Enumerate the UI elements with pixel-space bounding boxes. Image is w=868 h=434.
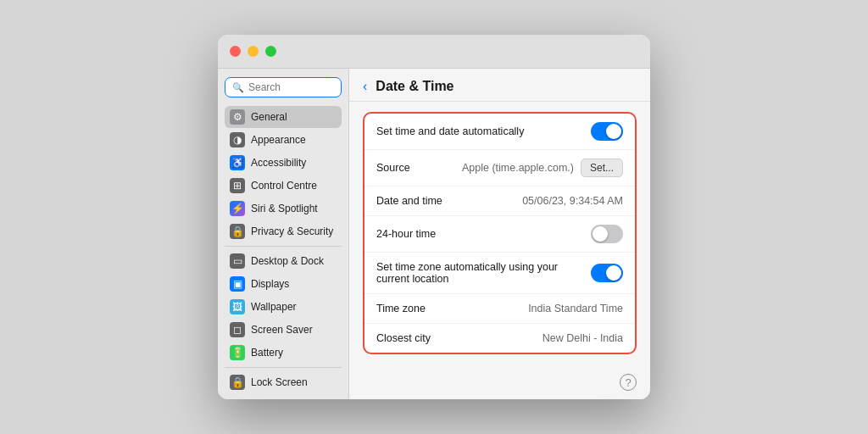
- wallpaper-icon: 🖼: [230, 299, 245, 314]
- toggle-auto-timezone[interactable]: [591, 264, 623, 282]
- privacy-icon: 🔒: [230, 224, 245, 239]
- row-label-source: Source: [376, 162, 410, 174]
- toggle-thumb-auto-set: [606, 124, 621, 139]
- sidebar-item-desktop[interactable]: ▭Desktop & Dock: [225, 250, 342, 272]
- battery-icon: 🔋: [230, 345, 245, 360]
- sidebar-item-screensaver[interactable]: ◻Screen Saver: [225, 319, 342, 341]
- row-label-date-time: Date and time: [376, 195, 442, 207]
- displays-icon: ▣: [230, 276, 245, 292]
- sidebar-item-displays[interactable]: ▣Displays: [225, 273, 342, 295]
- sidebar-separator: [225, 367, 342, 368]
- sidebar-label-battery: Battery: [251, 347, 283, 359]
- sidebar-label-general: General: [251, 111, 287, 123]
- settings-row-auto-timezone: Set time zone automatically using your c…: [364, 253, 635, 294]
- settings-rows: Set time and date automaticallySourceApp…: [364, 114, 635, 353]
- row-value-timezone: India Standard Time: [528, 303, 623, 314]
- main-content: Set time and date automaticallySourceApp…: [349, 102, 650, 399]
- row-value-date-time: 05/06/23, 9:34:54 AM: [522, 195, 623, 207]
- toggle-thumb-auto-timezone: [606, 265, 621, 281]
- settings-row-date-time: Date and time05/06/23, 9:34:54 AM: [364, 186, 635, 216]
- sidebar-separator: [225, 246, 342, 247]
- appearance-icon: ◑: [230, 132, 245, 147]
- sidebar-label-control: Control Centre: [251, 180, 317, 192]
- row-label-auto-timezone: Set time zone automatically using your c…: [376, 261, 591, 285]
- row-right-source: Apple (time.apple.com.)Set...: [462, 159, 623, 177]
- control-icon: ⊞: [230, 178, 245, 193]
- minimize-button[interactable]: [248, 46, 259, 57]
- title-bar: [218, 35, 650, 69]
- row-label-24hour: 24-hour time: [376, 228, 436, 240]
- settings-row-source: SourceApple (time.apple.com.)Set...: [364, 150, 635, 186]
- row-label-closest-city: Closest city: [376, 332, 431, 344]
- sidebar-item-general[interactable]: ⚙General: [225, 106, 342, 128]
- back-button[interactable]: ‹: [363, 79, 367, 94]
- sidebar-item-touchid[interactable]: ◎Touch ID & Password: [225, 394, 342, 399]
- content-area: 🔍 ⚙General◑Appearance♿Accessibility⊞Cont…: [218, 69, 650, 399]
- row-right-auto-set: [591, 122, 623, 141]
- toggle-thumb-24hour: [593, 226, 608, 242]
- siri-icon: ⚡: [230, 201, 245, 216]
- sidebar-label-screensaver: Screen Saver: [251, 324, 313, 336]
- settings-row-auto-set: Set time and date automatically: [364, 114, 635, 150]
- close-button[interactable]: [230, 46, 241, 57]
- sidebar-item-wallpaper[interactable]: 🖼Wallpaper: [225, 296, 342, 318]
- accessibility-icon: ♿: [230, 155, 245, 170]
- sidebar-item-accessibility[interactable]: ♿Accessibility: [225, 152, 342, 174]
- row-right-closest-city: New Delhi - India: [542, 332, 623, 344]
- row-value-closest-city: New Delhi - India: [542, 332, 623, 344]
- page-title: Date & Time: [376, 79, 453, 94]
- search-box[interactable]: 🔍: [225, 77, 342, 97]
- sidebar-item-control[interactable]: ⊞Control Centre: [225, 175, 342, 197]
- sidebar-label-accessibility: Accessibility: [251, 157, 306, 169]
- settings-card: Set time and date automaticallySourceApp…: [363, 112, 637, 354]
- lock-icon: 🔒: [230, 375, 245, 390]
- sidebar-label-displays: Displays: [251, 278, 289, 290]
- desktop-icon: ▭: [230, 253, 245, 269]
- sidebar-label-touchid: Touch ID & Password: [251, 398, 337, 399]
- screensaver-icon: ◻: [230, 322, 245, 337]
- general-icon: ⚙: [230, 109, 245, 125]
- row-right-timezone: India Standard Time: [528, 303, 623, 314]
- sidebar-item-battery[interactable]: 🔋Battery: [225, 342, 342, 364]
- settings-row-24hour: 24-hour time: [364, 216, 635, 253]
- row-label-auto-set: Set time and date automatically: [376, 125, 524, 137]
- sidebar-label-lock: Lock Screen: [251, 376, 308, 388]
- sidebar-item-lock[interactable]: 🔒Lock Screen: [225, 371, 342, 393]
- sidebar-items-list: ⚙General◑Appearance♿Accessibility⊞Contro…: [225, 106, 342, 399]
- settings-row-closest-city: Closest cityNew Delhi - India: [364, 324, 635, 353]
- sidebar: 🔍 ⚙General◑Appearance♿Accessibility⊞Cont…: [218, 69, 349, 399]
- settings-row-timezone: Time zoneIndia Standard Time: [364, 294, 635, 324]
- row-right-24hour: [591, 225, 623, 243]
- row-value-source: Apple (time.apple.com.): [462, 162, 574, 174]
- toggle-24hour[interactable]: [591, 225, 623, 243]
- row-label-timezone: Time zone: [376, 303, 426, 314]
- row-right-date-time: 05/06/23, 9:34:54 AM: [522, 195, 623, 207]
- set-button[interactable]: Set...: [581, 159, 623, 177]
- sidebar-item-siri[interactable]: ⚡Siri & Spotlight: [225, 198, 342, 220]
- main-panel: ‹ Date & Time Set time and date automati…: [349, 69, 650, 399]
- sidebar-label-desktop: Desktop & Dock: [251, 255, 324, 267]
- sidebar-label-wallpaper: Wallpaper: [251, 301, 297, 313]
- search-input[interactable]: [248, 81, 334, 93]
- search-icon: 🔍: [232, 82, 244, 93]
- sidebar-item-privacy[interactable]: 🔒Privacy & Security: [225, 220, 342, 242]
- sidebar-item-appearance[interactable]: ◑Appearance: [225, 129, 342, 151]
- maximize-button[interactable]: [265, 46, 276, 57]
- sidebar-label-privacy: Privacy & Security: [251, 225, 333, 237]
- toggle-auto-set[interactable]: [591, 122, 623, 141]
- sidebar-label-appearance: Appearance: [251, 134, 306, 146]
- sidebar-label-siri: Siri & Spotlight: [251, 203, 318, 214]
- help-button[interactable]: ?: [620, 374, 637, 391]
- row-right-auto-timezone: [591, 264, 623, 282]
- settings-window: 🔍 ⚙General◑Appearance♿Accessibility⊞Cont…: [218, 35, 650, 399]
- main-header: ‹ Date & Time: [349, 69, 650, 102]
